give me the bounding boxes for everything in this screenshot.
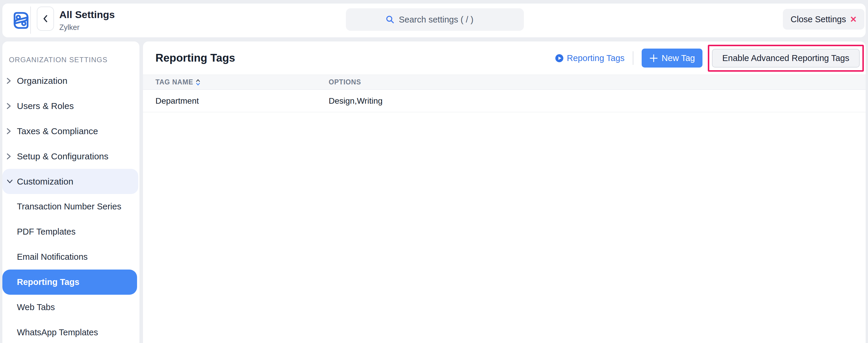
plus-icon bbox=[649, 54, 658, 63]
sidebar-item-label: Transaction Number Series bbox=[17, 202, 121, 211]
page-title: All Settings bbox=[59, 9, 115, 20]
sidebar-item-organization[interactable]: Organization bbox=[2, 68, 140, 93]
sidebar-item-taxes-compliance[interactable]: Taxes & Compliance bbox=[2, 118, 140, 144]
header-divider bbox=[30, 6, 31, 34]
sidebar-item-web-tabs[interactable]: Web Tabs bbox=[2, 295, 140, 320]
sidebar-item-label: Customization bbox=[17, 176, 73, 186]
sidebar-item-setup-configurations[interactable]: Setup & Configurations bbox=[2, 144, 140, 169]
sidebar-item-reporting-tags[interactable]: Reporting Tags bbox=[2, 270, 137, 295]
tag-name-cell[interactable]: Department bbox=[143, 96, 329, 106]
options-cell: Design,Writing bbox=[329, 96, 866, 106]
sidebar-item-label: Web Tabs bbox=[17, 302, 55, 312]
sidebar-item-label: Reporting Tags bbox=[17, 277, 80, 287]
settings-sidebar: ORGANIZATION SETTINGS Organization Users… bbox=[2, 41, 140, 343]
sort-icon[interactable] bbox=[196, 79, 200, 86]
sidebar-item-label: Organization bbox=[17, 76, 67, 86]
sidebar-item-transaction-number-series[interactable]: Transaction Number Series bbox=[2, 194, 140, 219]
header-titles: All Settings Zylker bbox=[59, 6, 115, 34]
sidebar-item-label: Users & Roles bbox=[17, 101, 74, 111]
chevron-right-icon bbox=[6, 77, 13, 84]
enable-advanced-reporting-tags-button[interactable]: Enable Advanced Reporting Tags bbox=[712, 49, 860, 68]
table-header-row: TAG NAME OPTIONS bbox=[143, 75, 866, 90]
search-icon bbox=[385, 15, 395, 24]
close-icon: ✕ bbox=[850, 14, 857, 24]
sidebar-item-customization[interactable]: Customization bbox=[2, 169, 138, 194]
new-tag-button[interactable]: New Tag bbox=[642, 48, 702, 68]
search-bar[interactable] bbox=[346, 8, 524, 31]
header-separator bbox=[633, 51, 633, 65]
main-panel: Reporting Tags Reporting Tags New Tag En… bbox=[143, 41, 866, 343]
sidebar-items: Organization Users & Roles Taxes & Compl… bbox=[2, 68, 140, 343]
sidebar-item-label: WhatsApp Templates bbox=[17, 328, 98, 337]
new-tag-label: New Tag bbox=[661, 53, 695, 63]
sidebar-section-title: ORGANIZATION SETTINGS bbox=[9, 56, 108, 64]
column-header-label: OPTIONS bbox=[329, 78, 361, 86]
highlight-annotation-box: Enable Advanced Reporting Tags bbox=[708, 45, 864, 72]
chevron-right-icon bbox=[6, 128, 13, 135]
sidebar-item-label: Taxes & Compliance bbox=[17, 126, 98, 136]
sidebar-item-pdf-templates[interactable]: PDF Templates bbox=[2, 219, 140, 244]
search-input[interactable] bbox=[398, 14, 485, 25]
sidebar-item-email-notifications[interactable]: Email Notifications bbox=[2, 244, 140, 270]
main-title: Reporting Tags bbox=[155, 52, 235, 64]
column-header-options: OPTIONS bbox=[329, 78, 866, 86]
play-circle-icon bbox=[555, 54, 564, 63]
chevron-right-icon bbox=[6, 153, 13, 160]
sidebar-item-whatsapp-templates[interactable]: WhatsApp Templates bbox=[2, 320, 140, 343]
sidebar-item-users-roles[interactable]: Users & Roles bbox=[2, 93, 140, 118]
chevron-down-icon bbox=[6, 178, 13, 185]
video-link-label: Reporting Tags bbox=[567, 53, 625, 63]
sidebar-item-label: PDF Templates bbox=[17, 227, 75, 237]
sidebar-item-label: Setup & Configurations bbox=[17, 151, 108, 162]
column-header-tag-name[interactable]: TAG NAME bbox=[143, 78, 329, 86]
back-button[interactable] bbox=[37, 6, 54, 31]
books-logo-icon bbox=[10, 9, 32, 31]
sidebar-item-label: Email Notifications bbox=[17, 252, 88, 262]
chevron-right-icon bbox=[6, 102, 13, 110]
organization-name: Zylker bbox=[59, 23, 115, 32]
reporting-tags-video-link[interactable]: Reporting Tags bbox=[555, 53, 625, 63]
chevron-left-icon bbox=[42, 15, 49, 23]
table-row[interactable]: Department Design,Writing bbox=[143, 90, 866, 112]
main-panel-header: Reporting Tags Reporting Tags New Tag En… bbox=[143, 41, 866, 75]
close-settings-label: Close Settings bbox=[790, 14, 846, 24]
close-settings-button[interactable]: Close Settings ✕ bbox=[783, 9, 864, 30]
column-header-label: TAG NAME bbox=[155, 78, 193, 86]
top-header: All Settings Zylker Close Settings ✕ bbox=[2, 4, 866, 37]
